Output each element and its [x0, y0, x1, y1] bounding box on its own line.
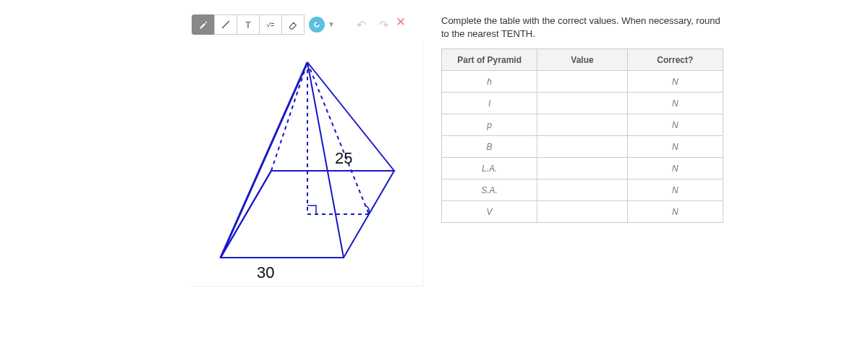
slant-height-label: 25 [335, 149, 352, 168]
close-icon: ✕ [396, 15, 406, 29]
close-button[interactable]: ✕ [396, 14, 413, 35]
eraser-tool-button[interactable] [281, 14, 305, 35]
svg-line-3 [221, 171, 271, 258]
svg-line-0 [222, 21, 229, 28]
part-cell: S.A. [442, 179, 537, 201]
correct-cell: N [627, 114, 723, 136]
part-cell: h [442, 71, 537, 93]
highlighter-icon [312, 20, 321, 29]
pencil-tool-button[interactable] [192, 14, 215, 35]
correct-cell: N [627, 93, 723, 114]
undo-button[interactable]: ↶ [350, 14, 373, 35]
correct-cell: N [627, 71, 723, 93]
col-header-value: Value [537, 49, 627, 71]
chevron-down-icon[interactable]: ▼ [328, 20, 335, 35]
answer-table: Part of Pyramid Value Correct? h N l N p [441, 48, 723, 223]
value-cell[interactable] [537, 201, 627, 223]
eraser-icon [288, 20, 298, 30]
value-cell[interactable] [537, 158, 627, 179]
line-icon [221, 20, 231, 30]
highlighter-tool-button[interactable] [309, 17, 325, 33]
table-row: V N [442, 201, 723, 223]
value-cell[interactable] [537, 114, 627, 136]
table-row: l N [442, 93, 723, 114]
svg-line-9 [307, 62, 369, 214]
svg-line-4 [221, 62, 307, 258]
line-tool-button[interactable] [214, 14, 237, 35]
pencil-icon [199, 20, 208, 30]
part-cell: p [442, 114, 537, 136]
correct-cell: N [627, 179, 723, 201]
value-cell[interactable] [537, 179, 627, 201]
text-tool-label: T [245, 20, 251, 30]
table-row: p N [442, 114, 723, 136]
pyramid-figure: 25 30 [192, 41, 423, 287]
instructions-text: Complete the table with the correct valu… [441, 14, 723, 40]
math-tool-button[interactable]: √= [259, 14, 282, 35]
part-cell: l [442, 93, 537, 114]
value-cell[interactable] [537, 93, 627, 114]
redo-button[interactable]: ↷ [373, 14, 396, 35]
correct-cell: N [627, 136, 723, 158]
table-row: L.A. N [442, 158, 723, 179]
part-cell: V [442, 201, 537, 223]
value-cell[interactable] [537, 71, 627, 93]
col-header-correct: Correct? [627, 49, 723, 71]
correct-cell: N [627, 201, 723, 223]
text-tool-button[interactable]: T [237, 14, 260, 35]
table-row: h N [442, 71, 723, 93]
toolbar: T √= ▼ ↶ ↷ ✕ [192, 14, 423, 35]
undo-icon: ↶ [357, 18, 366, 32]
value-cell[interactable] [537, 136, 627, 158]
pyramid-svg [199, 48, 416, 279]
part-cell: L.A. [442, 158, 537, 179]
svg-line-7 [271, 62, 307, 171]
base-length-label: 30 [257, 263, 274, 282]
table-row: S.A. N [442, 179, 723, 201]
redo-icon: ↷ [379, 18, 388, 32]
math-tool-label: √= [266, 21, 274, 29]
col-header-part: Part of Pyramid [442, 49, 537, 71]
part-cell: B [442, 136, 537, 158]
table-row: B N [442, 136, 723, 158]
correct-cell: N [627, 158, 723, 179]
